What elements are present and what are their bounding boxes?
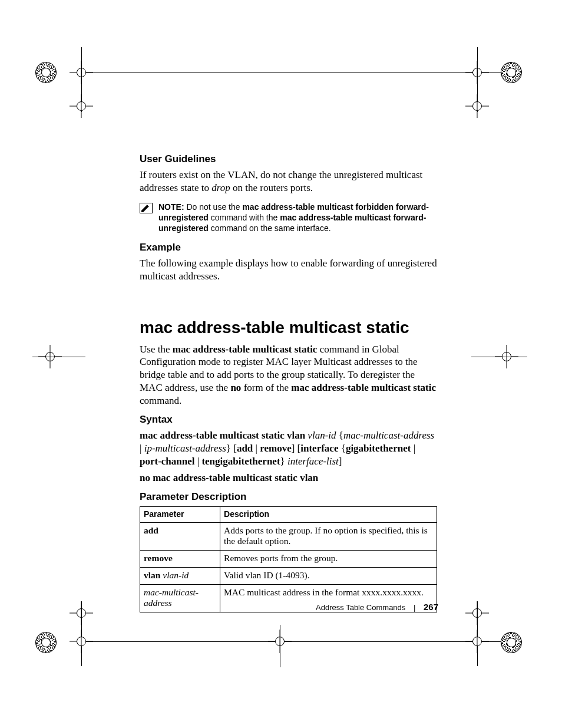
note-label: NOTE: bbox=[158, 202, 184, 212]
italic-text: vlan-id bbox=[308, 430, 336, 441]
param-name-italic: vlan-id bbox=[163, 570, 189, 580]
table-row: remove Removes ports from the group. bbox=[140, 551, 437, 568]
text: command. bbox=[140, 395, 181, 406]
param-name: remove bbox=[144, 553, 173, 563]
text: ] [ bbox=[292, 443, 301, 454]
text: Use the bbox=[140, 344, 173, 355]
syntax-line: mac address-table multicast static vlan … bbox=[140, 429, 437, 467]
th-parameter: Parameter bbox=[140, 507, 220, 523]
crop-line-icon bbox=[280, 625, 280, 667]
bold-text: add bbox=[237, 443, 253, 454]
page-footer: Address Table Commands | 267 bbox=[316, 602, 438, 612]
registration-mark-icon bbox=[35, 62, 57, 83]
note-pencil-icon bbox=[140, 203, 153, 213]
text: Do not use the bbox=[184, 202, 243, 212]
param-desc: Valid vlan ID (1-4093). bbox=[220, 568, 437, 585]
text: { bbox=[336, 430, 343, 441]
text: { bbox=[338, 443, 345, 454]
param-desc: Adds ports to the group. If no option is… bbox=[220, 523, 437, 551]
param-name: vlan bbox=[144, 570, 163, 580]
text: | bbox=[253, 443, 260, 454]
th-description: Description bbox=[220, 507, 437, 523]
parameter-table: Parameter Description add Adds ports to … bbox=[140, 506, 437, 612]
crop-line-icon bbox=[82, 641, 503, 642]
heading-user-guidelines: User Guidelines bbox=[140, 153, 437, 165]
italic-text: mac-multicast-address bbox=[343, 430, 434, 441]
bold-text: remove bbox=[260, 443, 292, 454]
text: on the routers ports. bbox=[230, 182, 313, 193]
page-body: User Guidelines If routers exist on the … bbox=[140, 153, 437, 612]
table-row: add Adds ports to the group. If no optio… bbox=[140, 523, 437, 551]
footer-separator: | bbox=[414, 603, 415, 612]
crop-line-icon bbox=[32, 357, 85, 357]
syntax-no-line: no mac address-table multicast static vl… bbox=[140, 472, 437, 485]
italic-text: interface-list bbox=[287, 456, 339, 467]
param-name-italic: mac-multicast-address bbox=[144, 587, 199, 608]
text: command on the same interface. bbox=[209, 223, 331, 233]
bold-text: gigabitethernet bbox=[346, 443, 411, 454]
text: form of the bbox=[241, 382, 291, 393]
note-text: NOTE: Do not use the mac address-table m… bbox=[158, 202, 437, 234]
footer-section: Address Table Commands bbox=[316, 603, 405, 612]
italic-text: drop bbox=[211, 182, 230, 193]
text: } [ bbox=[226, 443, 237, 454]
heading-example: Example bbox=[140, 242, 437, 253]
registration-mark-icon bbox=[501, 62, 522, 83]
bold-text: interface bbox=[300, 443, 338, 454]
crop-line-icon bbox=[82, 73, 503, 73]
text: command with the bbox=[209, 213, 280, 222]
crop-line-icon bbox=[477, 601, 478, 666]
paragraph: If routers exist on the VLAN, do not cha… bbox=[140, 169, 437, 195]
text: } bbox=[280, 456, 287, 467]
heading-parameter-description: Parameter Description bbox=[140, 491, 437, 503]
text: | bbox=[411, 443, 415, 454]
text: | bbox=[195, 456, 202, 467]
registration-mark-icon bbox=[501, 632, 522, 653]
paragraph: Use the mac address-table multicast stat… bbox=[140, 343, 437, 407]
bold-text: no bbox=[230, 382, 241, 393]
heading-command: mac address-table multicast static bbox=[140, 318, 437, 337]
bold-text: mac address-table multicast static bbox=[291, 382, 436, 393]
param-name: add bbox=[144, 525, 158, 535]
crop-line-icon bbox=[81, 47, 82, 112]
paragraph: The following example displays how to en… bbox=[140, 257, 437, 283]
table-row: vlan vlan-id Valid vlan ID (1-4093). bbox=[140, 568, 437, 585]
heading-syntax: Syntax bbox=[140, 414, 437, 426]
bold-text: mac address-table multicast static vlan bbox=[140, 430, 308, 441]
note-block: NOTE: Do not use the mac address-table m… bbox=[140, 202, 437, 234]
bold-text: port-channel bbox=[140, 456, 195, 467]
italic-text: ip-multicast-address bbox=[144, 443, 226, 454]
crop-line-icon bbox=[81, 601, 82, 666]
param-desc: Removes ports from the group. bbox=[220, 551, 437, 568]
text: | bbox=[140, 443, 144, 454]
page-number: 267 bbox=[424, 602, 438, 612]
table-header-row: Parameter Description bbox=[140, 507, 437, 523]
crop-line-icon bbox=[471, 357, 527, 357]
bold-text: tengigabitethernet bbox=[201, 456, 280, 467]
registration-mark-icon bbox=[35, 632, 57, 653]
bold-text: mac address-table multicast static bbox=[173, 344, 318, 355]
crop-line-icon bbox=[477, 47, 478, 112]
text: ] bbox=[339, 456, 342, 467]
